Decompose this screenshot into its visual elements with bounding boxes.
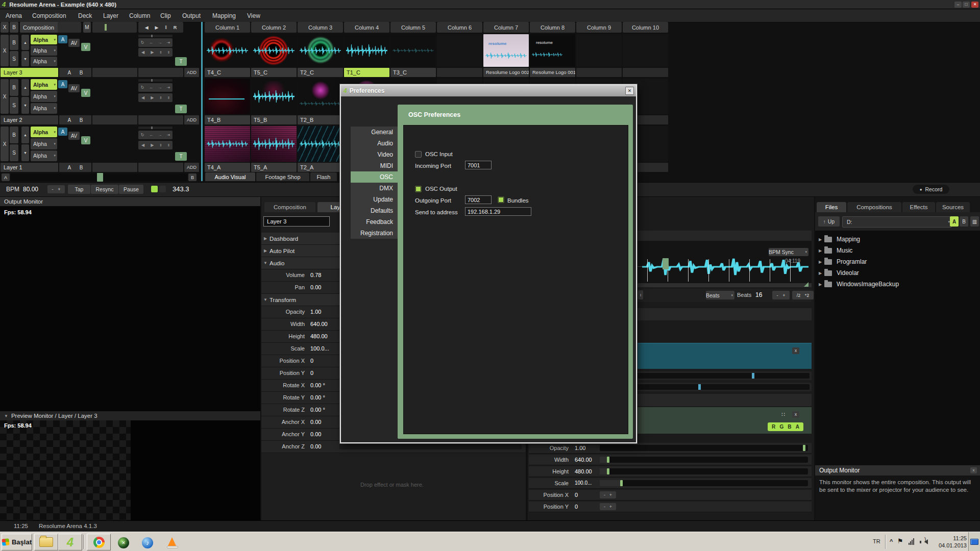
menu-clip[interactable]: Clip [160, 9, 171, 22]
comp-row-position-x[interactable]: Position X0 -+ [529, 490, 812, 500]
layer1-name[interactable]: Layer 1 [1, 163, 58, 172]
outgoing-port-field[interactable]: 7002 [465, 195, 492, 204]
folder-row-programlar[interactable]: ▶Programlar [816, 256, 980, 267]
up-button[interactable]: ↑Up [818, 216, 840, 227]
slider-handle[interactable] [752, 373, 754, 379]
bpm-plus-button[interactable]: + [58, 187, 60, 192]
clip-thumbnail[interactable] [298, 79, 343, 114]
folder-row-videolar[interactable]: ▶Videolar [816, 267, 980, 279]
clip-thumbnail[interactable] [205, 79, 250, 114]
osc-input-checkbox[interactable] [415, 151, 422, 158]
tab-sources[interactable]: Sources [936, 202, 970, 212]
layer2-name[interactable]: Layer 2 [1, 115, 58, 124]
comp-row-height[interactable]: Height480.00 [529, 466, 812, 477]
composition-bypass-button[interactable]: B [10, 22, 18, 33]
comp-row-position-y[interactable]: Position Y0 -+ [529, 502, 812, 512]
layer3-blend-select-2[interactable]: Alpha▾ [31, 45, 57, 55]
nav-midi[interactable]: MIDI [351, 160, 398, 171]
clip-thumbnail[interactable] [251, 79, 297, 114]
assign-b-button[interactable]: B [80, 117, 83, 123]
start-button[interactable]: Başlat [2, 534, 32, 550]
bundles-checkbox[interactable] [498, 196, 504, 203]
loop-icon[interactable]: ↻ [141, 40, 144, 45]
layer1-bypass-button[interactable]: B [10, 127, 18, 143]
bounce-icon[interactable]: ↔ [149, 85, 153, 90]
play-icon[interactable]: ▶ [151, 50, 154, 55]
dialog-close-button[interactable]: ✕ [625, 87, 634, 95]
clip-label[interactable]: T5_C [251, 68, 297, 77]
play-icon[interactable]: ▶ [151, 95, 154, 100]
comp-row-opacity[interactable]: Opacity1.00 [529, 443, 812, 454]
close-button[interactable]: ✕ [971, 2, 978, 8]
column-header-1[interactable]: Column 1 [205, 22, 250, 33]
slider-handle[interactable] [620, 480, 623, 486]
monitor-info-header[interactable]: Output Monitor x [815, 465, 980, 475]
forward-icon[interactable]: → [158, 40, 162, 45]
loop-icon[interactable]: ↻ [141, 133, 144, 137]
reverse-icon[interactable]: ◀ [141, 95, 144, 100]
pause-icon[interactable]: ‖ [160, 143, 161, 147]
column-header-8[interactable]: Column 8 [530, 22, 575, 33]
loop-icon[interactable]: ↻ [141, 85, 144, 90]
incoming-port-field[interactable]: 7001 [465, 161, 492, 169]
layer2-bypass-button[interactable]: B [10, 79, 18, 96]
channel-r-button[interactable]: R [772, 424, 775, 430]
pause-icon[interactable]: ‖ [160, 50, 161, 55]
clip-thumbnail[interactable] [298, 34, 343, 67]
bounce-icon[interactable]: ↔ [149, 40, 153, 45]
layer3-audio-button[interactable]: A [58, 35, 67, 43]
channel-a-button[interactable]: A [796, 424, 799, 430]
nav-update[interactable]: Update [351, 194, 398, 205]
nav-defaults[interactable]: Defaults [351, 205, 398, 216]
nav-feedback[interactable]: Feedback [351, 216, 398, 228]
column-header-5[interactable]: Column 5 [390, 22, 436, 33]
composition-master-slider[interactable] [92, 22, 137, 33]
clip-thumbnail[interactable] [205, 34, 250, 67]
column-header-9[interactable]: Column 9 [576, 22, 622, 33]
nav-audio[interactable]: Audio [351, 138, 398, 149]
beats-value[interactable]: 16 [755, 291, 762, 298]
vlc-taskbar-button[interactable] [164, 535, 180, 548]
resolume-taskbar-button[interactable]: 4 [58, 534, 82, 550]
title-bar[interactable]: 4 Resolume Arena - Example (640 x 480) –… [0, 0, 980, 9]
tab-effects[interactable]: Effects [902, 202, 935, 212]
clip-thumbnail[interactable]: resolume [483, 34, 529, 67]
minimize-button[interactable]: – [954, 2, 962, 8]
deck-a-filter-button[interactable]: A [950, 216, 959, 227]
expand-icon[interactable]: ▶ [816, 248, 824, 253]
assign-a-button[interactable]: A [68, 165, 71, 170]
bpm-sync-dropdown[interactable]: BPM Sync▾ [769, 248, 808, 256]
clip-thumbnail[interactable] [251, 126, 297, 162]
osc-output-checkbox[interactable] [415, 186, 422, 192]
crossfader-a-button[interactable]: A [2, 173, 10, 181]
clip-thumbnail[interactable]: resolume [530, 34, 575, 67]
layer2-clear-button[interactable]: X [1, 79, 9, 114]
tray-clock[interactable]: 11:25 04.01.2013 [935, 535, 967, 549]
fullscreen-icon[interactable]: ∷ [781, 411, 785, 418]
column-header-3[interactable]: Column 3 [298, 22, 343, 33]
layer1-up-button[interactable]: ▲ [21, 127, 29, 143]
layer1-video-button[interactable]: V [81, 136, 90, 144]
clip-label[interactable]: T4_B [205, 115, 250, 124]
clip-label[interactable]: T4_C [205, 68, 250, 77]
clip-thumbnail[interactable] [251, 34, 297, 67]
menu-arena[interactable]: Arena [6, 9, 22, 22]
clip-thumbnail[interactable] [298, 126, 343, 162]
assign-a-button[interactable]: A [68, 70, 71, 76]
reverse-icon[interactable]: ◀ [141, 50, 144, 55]
slider-handle[interactable] [803, 445, 805, 451]
list-view-button[interactable]: ▥ [970, 216, 979, 227]
layer2-add-button[interactable]: ADD [184, 115, 199, 124]
pause-icon[interactable]: ‖ [168, 143, 169, 147]
play-once-icon[interactable]: ⇥ [167, 133, 170, 137]
menu-layer[interactable]: Layer [103, 9, 118, 22]
plus-button[interactable]: + [609, 504, 612, 509]
transport-prev-icon[interactable]: ◀ [145, 25, 149, 30]
deck-tab-footage-shop[interactable]: Footage Shop [256, 172, 309, 181]
slider-handle[interactable] [607, 468, 609, 474]
layer3-blend-select[interactable]: Alpha▾ [31, 35, 57, 44]
bpm-minus-button[interactable]: - [52, 187, 54, 192]
pause-button[interactable]: Pause [119, 185, 143, 194]
layer3-clear-button[interactable]: X [1, 35, 9, 66]
channel-g-button[interactable]: G [779, 424, 783, 430]
